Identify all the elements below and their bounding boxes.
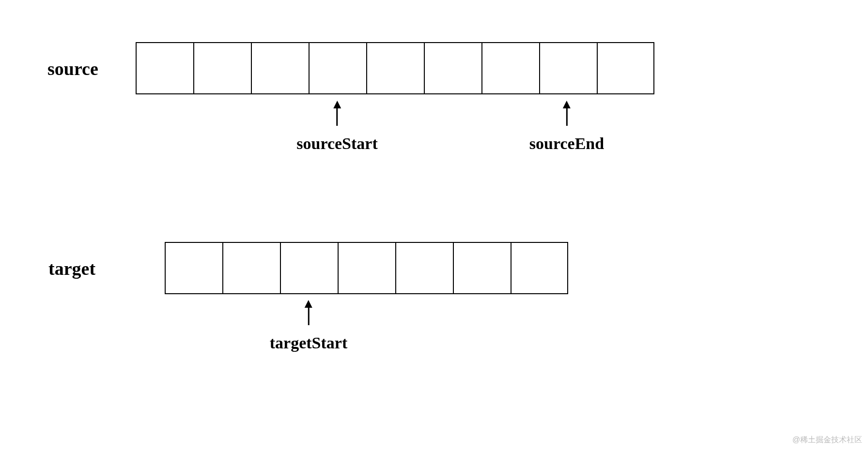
diagram-container: source target sourceStartsourceEndtarget… [0,0,868,450]
target-cell [338,242,395,294]
pointer-source-0: sourceStart [296,101,377,153]
arrow-up-icon [305,300,312,308]
source-cell [424,42,481,94]
source-cell [193,42,251,94]
pointer-source-1: sourceEnd [529,101,604,153]
pointer-label: targetStart [270,334,347,352]
source-cell [481,42,539,94]
pointer-label: sourceStart [296,135,377,153]
source-cell [309,42,366,94]
source-cell [366,42,424,94]
source-cell [539,42,597,94]
target-array [165,242,568,294]
arrow-up-icon [333,101,341,108]
arrow-stem [336,108,338,126]
arrow-stem [566,108,567,126]
source-cell [136,42,193,94]
arrow-up-icon [563,101,571,108]
source-cell [597,42,654,94]
pointer-target-0: targetStart [270,300,347,352]
pointer-label: sourceEnd [529,135,604,153]
target-cell [165,242,222,294]
target-cell [511,242,568,294]
source-array [136,42,654,94]
source-label: source [47,58,98,79]
watermark: @稀土掘金技术社区 [792,435,862,445]
target-cell [453,242,511,294]
target-label: target [48,258,95,279]
target-cell [395,242,453,294]
target-cell [280,242,338,294]
arrow-stem [308,308,309,325]
target-cell [222,242,280,294]
source-cell [251,42,309,94]
